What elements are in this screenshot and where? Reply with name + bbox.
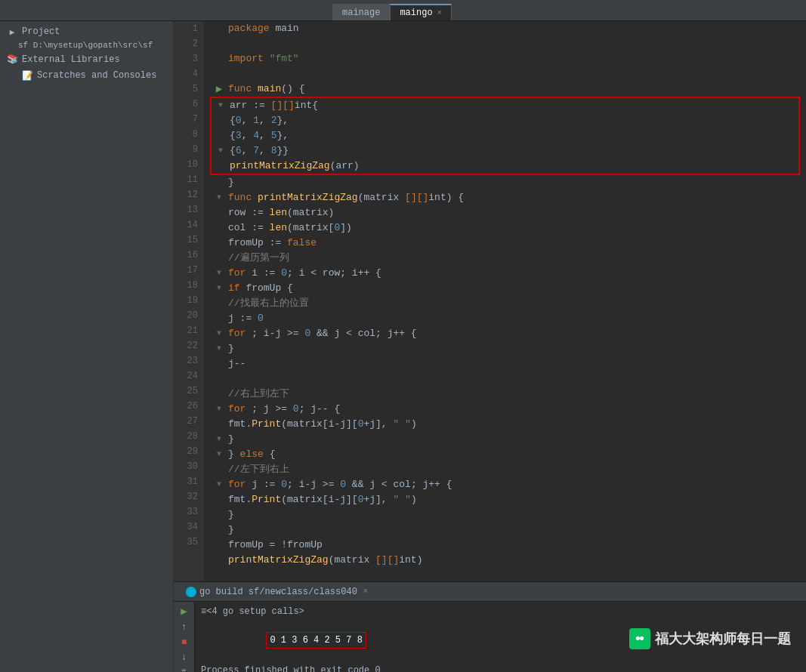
run-tab[interactable]: go build sf/newclass/class040 ×: [180, 585, 374, 599]
ln-14: 14: [174, 217, 198, 233]
line-text-25: //右上到左下: [228, 387, 806, 402]
down-button[interactable]: ↓: [177, 652, 192, 663]
code-line-6: ▼ arr := [][]int{: [212, 98, 798, 113]
line-text-1: package main: [228, 21, 806, 36]
fold-icon-17[interactable]: ▼: [217, 266, 221, 281]
go-icon: [186, 587, 196, 597]
sidebar-item-scratches[interactable]: 📝 Scratches and Consoles: [0, 67, 173, 84]
ln-21: 21: [174, 323, 198, 338]
code-line-25: //右上到左下: [210, 387, 806, 402]
line-text-3: import "fmt": [228, 51, 806, 66]
output-result-box: 0 1 3 6 4 2 5 7 8: [266, 632, 366, 649]
fold-icon-28[interactable]: ▼: [217, 432, 221, 447]
line-text-30: //左下到右上: [228, 462, 806, 477]
gutter-31: ▼: [210, 477, 228, 492]
sidebar-external-label: External Libraries: [22, 54, 120, 65]
gutter-6: ▼: [212, 98, 230, 113]
bottom-panel: go build sf/newclass/class040 × ▶ ↑ ■ ↓ …: [174, 581, 806, 672]
line-text-35: fromUp = !fromUp: [228, 538, 806, 553]
gutter-21: ▼: [210, 326, 228, 341]
code-view[interactable]: 1 2 3 4 5 6 7 8 9 10 11 12 13 14 15 16 1…: [174, 21, 806, 581]
code-line-3: import "fmt": [210, 51, 806, 66]
line-text-12: func printMatrixZigZag(matrix [][]int) {: [228, 190, 806, 205]
code-line-8: {3, 4, 5},: [212, 128, 798, 143]
ln-26: 26: [174, 399, 198, 414]
code-line-7: {0, 1, 2},: [212, 113, 798, 128]
line-text-14: col := len(matrix[0]): [228, 220, 806, 236]
line-text-28: }: [228, 432, 806, 447]
line-text-7: {0, 1, 2},: [230, 113, 798, 128]
code-line-23: j--: [210, 356, 806, 371]
code-line-4: [210, 66, 806, 82]
tab-mainAge[interactable]: mainage: [332, 4, 390, 20]
line-text-22: }: [228, 341, 806, 356]
code-line-1: package main: [210, 21, 806, 36]
run-tab-close-icon[interactable]: ×: [363, 587, 368, 596]
ln-27: 27: [174, 414, 198, 429]
red-highlight-box: ▼ arr := [][]int{ {0, 1, 2}, {3, 4, 5},: [210, 97, 800, 175]
gutter-26: ▼: [210, 402, 228, 417]
fold-icon-31[interactable]: ▼: [217, 477, 221, 492]
ln-18: 18: [174, 278, 198, 293]
code-line-16: //遍历第一列: [210, 251, 806, 266]
ln-19: 19: [174, 293, 198, 308]
stop-button[interactable]: ■: [177, 637, 192, 648]
tab-maingo[interactable]: maingo ×: [390, 4, 451, 20]
code-line-30: //左下到右上: [210, 462, 806, 477]
ln-13: 13: [174, 202, 198, 217]
code-line-20: j := 0: [210, 311, 806, 326]
gutter-5: ▶: [210, 82, 228, 97]
run-button[interactable]: ▶: [177, 605, 192, 618]
line-text-11: }: [228, 175, 806, 190]
ln-16: 16: [174, 248, 198, 263]
wrap-button[interactable]: ≡: [177, 667, 192, 672]
code-line-34: }: [210, 522, 806, 538]
code-line-35: fromUp = !fromUp: [210, 538, 806, 553]
ln-32: 32: [174, 489, 198, 504]
ln-17: 17: [174, 263, 198, 278]
arrow-right-icon: ▶: [6, 27, 18, 37]
run-arrow-icon[interactable]: ▶: [216, 82, 222, 97]
sidebar-item-external[interactable]: 📚 External Libraries: [0, 51, 173, 67]
ln-9: 9: [174, 142, 198, 157]
code-line-18: ▼ if fromUp {: [210, 281, 806, 296]
code-line-13: row := len(matrix): [210, 205, 806, 220]
up-button[interactable]: ↑: [177, 622, 192, 633]
gutter-9: ▼: [212, 143, 230, 159]
code-line-33: }: [210, 507, 806, 522]
line-text-extra: printMatrixZigZag(matrix [][]int): [228, 553, 806, 568]
line-text-31: for j := 0; i-j >= 0 && j < col; j++ {: [228, 477, 806, 492]
tab-close-icon[interactable]: ×: [437, 9, 442, 17]
fold-icon-12[interactable]: ▼: [217, 190, 221, 205]
fold-icon-29[interactable]: ▼: [217, 447, 221, 462]
ln-1: 1: [174, 21, 198, 36]
fold-icon-18[interactable]: ▼: [217, 281, 221, 296]
run-tab-label: go build sf/newclass/class040: [199, 587, 357, 597]
line-text-18: if fromUp {: [228, 281, 806, 296]
gutter-29: ▼: [210, 447, 228, 462]
fold-icon-9[interactable]: ▼: [218, 143, 223, 159]
code-line-9: ▼ {6, 7, 8}}: [212, 143, 798, 159]
code-line-31: ▼ for j := 0; i-j >= 0 && j < col; j++ {: [210, 477, 806, 492]
code-line-24: [210, 371, 806, 387]
ln-3: 3: [174, 51, 198, 66]
fold-icon-22[interactable]: ▼: [217, 341, 221, 356]
tab-bar: mainage maingo ×: [0, 0, 806, 21]
gutter-12: ▼: [210, 190, 228, 205]
line-text-8: {3, 4, 5},: [230, 128, 798, 143]
line-text-23: j--: [228, 356, 806, 371]
gutter-28: ▼: [210, 432, 228, 447]
code-line-22: ▼ }: [210, 341, 806, 356]
library-icon: 📚: [6, 54, 18, 65]
code-line-12: ▼ func printMatrixZigZag(matrix [][]int)…: [210, 190, 806, 205]
code-line-28: ▼ }: [210, 432, 806, 447]
fold-icon-26[interactable]: ▼: [217, 402, 221, 417]
ln-29: 29: [174, 444, 198, 459]
sidebar-item-project[interactable]: ▶ Project: [0, 24, 173, 39]
fold-icon-21[interactable]: ▼: [217, 326, 221, 341]
sidebar-project-label: Project: [22, 26, 60, 37]
output-exit-line: Process finished with exit code 0: [201, 664, 800, 672]
main-content: ▶ Project sf D:\mysetup\gopath\src\sf 📚 …: [0, 21, 806, 672]
scratches-icon: 📝: [21, 69, 33, 82]
fold-icon-6[interactable]: ▼: [218, 98, 223, 113]
